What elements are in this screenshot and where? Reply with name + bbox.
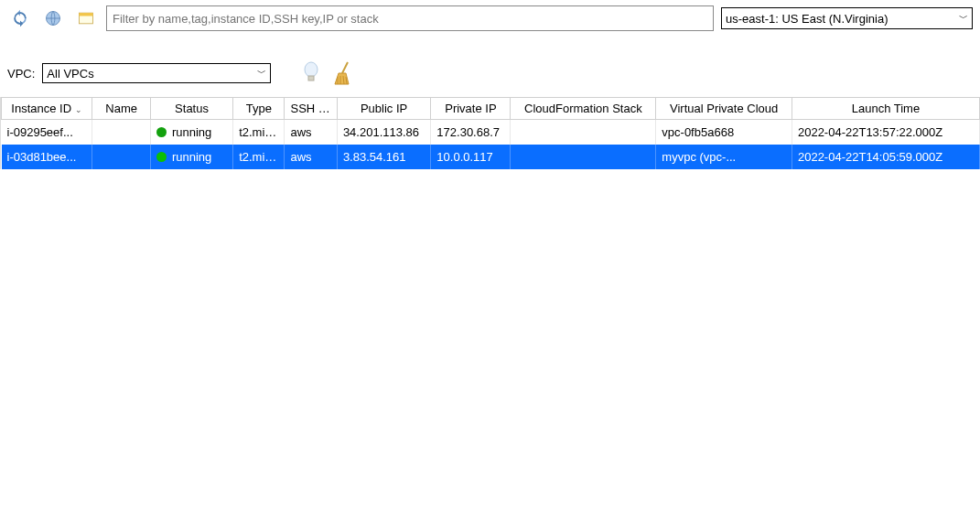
top-toolbar: us-east-1: US East (N.Virginia) ﹀ [0,0,980,37]
chevron-down-icon: ﹀ [959,14,968,23]
col-header-ssh-key[interactable]: SSH Key [285,98,337,120]
cell-cloudformation [511,145,656,169]
svg-line-5 [342,62,348,73]
status-dot-icon [156,127,167,137]
cell-ssh-key: aws [285,120,337,145]
col-header-vpc[interactable]: Virtual Private Cloud [656,98,792,120]
region-select-value: us-east-1: US East (N.Virginia) [726,12,888,26]
cell-status: running [150,120,232,145]
cell-vpc: vpc-0fb5a668 [656,120,792,145]
col-header-public-ip[interactable]: Public IP [337,98,430,120]
status-text: running [172,150,211,164]
broom-icon[interactable] [331,60,357,86]
cell-name [92,145,151,169]
lightbulb-icon[interactable] [298,60,324,86]
col-header-name[interactable]: Name [92,98,151,120]
status-text: running [172,125,211,139]
refresh-icon[interactable] [7,5,33,31]
col-header-type[interactable]: Type [233,98,285,120]
vpc-select[interactable]: All VPCs ﹀ [42,63,271,83]
cell-status: running [150,145,232,169]
svg-rect-4 [308,76,314,81]
cell-launch-time: 2022-04-22T13:57:22.000Z [792,120,979,145]
cell-private-ip: 172.30.68.7 [431,120,511,145]
col-header-status[interactable]: Status [150,98,232,120]
filter-row: VPC: All VPCs ﹀ [0,37,980,93]
cell-name [92,120,151,145]
col-header-private-ip[interactable]: Private IP [431,98,511,120]
col-header-launch-time[interactable]: Launch Time [792,98,979,120]
cell-vpc: myvpc (vpc-... [656,145,792,169]
svg-point-3 [305,62,318,77]
cell-public-ip: 3.83.54.161 [337,145,430,169]
cell-instance-id: i-09295eef... [2,120,92,145]
vpc-label: VPC: [7,67,35,81]
table-row[interactable]: i-03d81bee...runningt2.microaws3.83.54.1… [2,145,980,169]
table-header-row: Instance ID⌄ Name Status Type SSH Key Pu… [2,98,980,120]
chevron-down-icon: ﹀ [257,69,266,78]
vpc-select-value: All VPCs [47,67,93,81]
cell-ssh-key: aws [285,145,337,169]
svg-rect-2 [80,13,93,16]
col-header-instance-id[interactable]: Instance ID⌄ [2,98,92,120]
region-select[interactable]: us-east-1: US East (N.Virginia) ﹀ [721,7,973,29]
new-window-icon[interactable] [73,5,99,31]
cell-public-ip: 34.201.113.86 [337,120,430,145]
cell-cloudformation [511,120,656,145]
cell-launch-time: 2022-04-22T14:05:59.000Z [792,145,979,169]
filter-input[interactable] [106,5,714,31]
table-row[interactable]: i-09295eef...runningt2.microaws34.201.11… [2,120,980,145]
cell-private-ip: 10.0.0.117 [431,145,511,169]
cell-type: t2.micro [233,145,285,169]
cell-type: t2.micro [233,120,285,145]
instances-table: Instance ID⌄ Name Status Type SSH Key Pu… [0,97,980,169]
chevron-down-icon: ⌄ [75,105,82,114]
cell-instance-id: i-03d81bee... [2,145,92,169]
status-dot-icon [156,152,167,162]
globe-icon[interactable] [40,5,66,31]
col-header-cloudformation[interactable]: CloudFormation Stack [511,98,656,120]
